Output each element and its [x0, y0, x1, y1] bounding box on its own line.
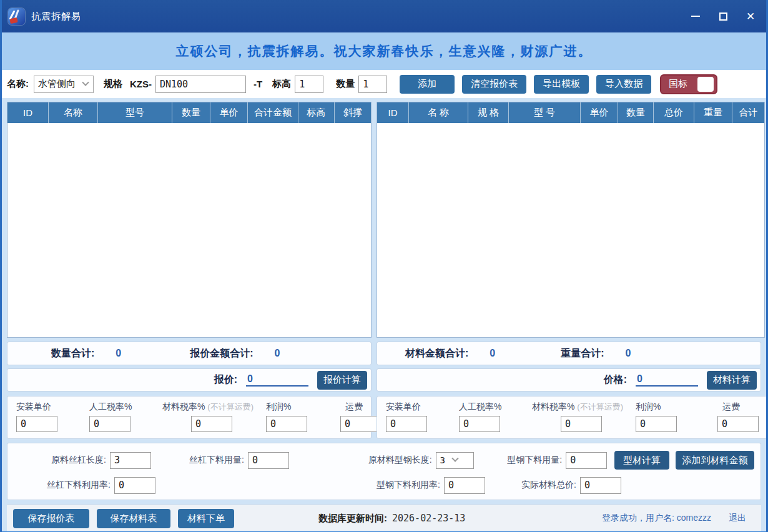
material-calc-button[interactable]: 材料计算	[707, 371, 757, 390]
actual-total-input[interactable]	[580, 477, 621, 494]
cutting-row-1: 原料丝杠长度: 丝杠下料用量: 原材料型钢长度: 3 型钢下料用量: 型材计算 …	[14, 451, 754, 470]
material-tax-input[interactable]	[561, 416, 602, 432]
labor-tax-input[interactable]	[459, 416, 500, 432]
close-icon: ✕	[746, 11, 755, 22]
params-row: 安装单价 人工税率% 材料税率% (不计算运费) 利润% 运费	[7, 392, 761, 439]
save-quote-button[interactable]: 保存报价表	[13, 509, 89, 528]
name-select[interactable]: 水管侧向	[34, 76, 94, 93]
material-tax-note: (不计算运费)	[207, 402, 254, 411]
profile-calc-button[interactable]: 型材计算	[614, 451, 669, 470]
column-header: 名称	[48, 102, 97, 123]
quote-table: ID 名称 型号 数量 单价 合计金额 标高 斜撑	[7, 102, 372, 338]
steel-length-select[interactable]: 3	[436, 452, 475, 469]
column-header: 单价	[580, 102, 618, 123]
gb-standard-label: 国标	[669, 78, 687, 90]
app-window: 抗震拆解易 ✕ 立硕公司，抗震拆解易。祝大家新春快乐，生意兴隆，财源广进。 名称…	[0, 0, 768, 532]
close-button[interactable]: ✕	[741, 7, 760, 25]
install-price-group: 安装单价	[16, 401, 89, 438]
main-content: ID 名称 型号 数量 单价 合计金额 标高 斜撑 ID 名 称 规 格 型 号	[2, 98, 766, 531]
column-header: 规 格	[468, 102, 508, 123]
steel-usage-input[interactable]	[566, 452, 607, 469]
gb-standard-toggle[interactable]: 国标	[660, 74, 717, 94]
material-tax-label: 材料税率%	[162, 401, 205, 411]
profit-input[interactable]	[636, 416, 677, 432]
column-header: 数量	[618, 102, 653, 123]
labor-tax-label: 人工税率%	[89, 401, 162, 413]
column-header: 总价	[653, 102, 694, 123]
app-icon	[8, 8, 25, 25]
material-tax-input[interactable]	[191, 416, 232, 432]
column-header: 重量	[694, 102, 732, 123]
material-tax-group: 材料税率% (不计算运费)	[162, 401, 266, 438]
install-price-input[interactable]	[16, 416, 57, 432]
install-price-label: 安装单价	[16, 401, 89, 413]
labor-tax-input[interactable]	[89, 416, 130, 432]
labor-tax-group: 人工税率%	[89, 401, 162, 438]
cutting-row-2: 丝杠下料利用率: 型钢下料利用率: 实际材料总价:	[14, 476, 754, 495]
quote-price-input[interactable]	[246, 373, 308, 387]
quote-price-label: 报价:	[214, 373, 237, 387]
weight-total-label: 重量合计:	[561, 347, 604, 360]
qty-total-value: 0	[116, 348, 121, 359]
db-update-time: 2026-02-23-13	[392, 513, 465, 524]
install-price-group: 安装单价	[386, 401, 459, 438]
material-price-panel: 价格: 材料计算	[377, 368, 761, 392]
material-tax-label: 材料税率%	[532, 401, 574, 411]
minimize-button[interactable]	[686, 7, 705, 25]
steel-usage-label: 型钢下料用量:	[495, 455, 562, 466]
quantity-input[interactable]	[358, 76, 387, 93]
totals-row: 数量合计: 0 报价金额合计: 0 材料金额合计: 0 重量合计: 0	[7, 338, 761, 365]
export-template-button[interactable]: 导出模板	[534, 75, 589, 94]
quote-calc-button[interactable]: 报价计算	[317, 371, 367, 390]
greeting-banner: 立硕公司，抗震拆解易。祝大家新春快乐，生意兴隆，财源广进。	[2, 32, 766, 70]
add-to-material-button[interactable]: 添加到材料金额	[676, 451, 754, 470]
steel-length-label: 原材料型钢长度:	[362, 455, 432, 466]
freight-input[interactable]	[340, 416, 382, 432]
material-table: ID 名 称 规 格 型 号 单价 数量 总价 重量 合计	[377, 102, 765, 338]
material-totals: 材料金额合计: 0 重量合计: 0	[377, 342, 761, 365]
install-price-input[interactable]	[386, 416, 427, 432]
elevation-input[interactable]	[295, 76, 323, 93]
profit-input[interactable]	[266, 416, 307, 432]
t-suffix-label: -T	[254, 79, 262, 89]
window-title: 抗震拆解易	[31, 11, 81, 22]
clear-quote-button[interactable]: 清空报价表	[462, 75, 526, 94]
column-header: 数量	[172, 102, 210, 123]
kzs-prefix-label: KZS-	[130, 79, 152, 89]
maximize-button[interactable]	[714, 7, 732, 25]
material-price-input[interactable]	[636, 373, 698, 387]
rod-rate-input[interactable]	[114, 477, 155, 494]
profit-label: 利润%	[266, 401, 339, 413]
freight-label: 运费	[717, 401, 768, 413]
profit-group: 利润%	[266, 401, 339, 438]
column-header: ID	[377, 102, 408, 123]
column-header: 标高	[298, 102, 334, 123]
material-tax-group: 材料税率% (不计算运费)	[532, 401, 636, 438]
quote-table-body	[7, 123, 371, 337]
column-header: 型号	[97, 102, 172, 123]
save-material-button[interactable]: 保存材料表	[97, 509, 170, 528]
column-header: 合计金额	[247, 102, 298, 123]
actual-total-label: 实际材料总价:	[506, 480, 576, 491]
greeting-text: 立硕公司，抗震拆解易。祝大家新春快乐，生意兴隆，财源广进。	[176, 42, 593, 60]
spec-input[interactable]	[155, 76, 246, 93]
add-button[interactable]: 添加	[400, 75, 455, 94]
minimize-icon	[691, 16, 700, 17]
statusbar: 保存报价表 保存材料表 材料下单 数据库更新时间: 2026-02-23-13 …	[7, 505, 761, 531]
material-price-label: 价格:	[604, 373, 627, 387]
import-data-button[interactable]: 导入数据	[596, 75, 651, 94]
db-update-label: 数据库更新时间:	[318, 513, 387, 525]
quote-amount-total-value: 0	[275, 348, 280, 359]
material-tax-note: (不计算运费)	[577, 402, 623, 411]
rod-usage-input[interactable]	[248, 452, 289, 469]
steel-rate-input[interactable]	[444, 477, 485, 494]
material-order-button[interactable]: 材料下单	[178, 509, 234, 528]
column-header: ID	[7, 102, 48, 123]
logout-link[interactable]: 退出	[729, 513, 746, 524]
rod-length-input[interactable]	[110, 452, 151, 469]
freight-input[interactable]	[717, 416, 759, 432]
labor-tax-label: 人工税率%	[459, 401, 532, 413]
material-table-header: ID 名 称 规 格 型 号 单价 数量 总价 重量 合计	[377, 102, 764, 123]
column-header: 斜撑	[334, 102, 371, 123]
tables-row: ID 名称 型号 数量 单价 合计金额 标高 斜撑 ID 名 称 规 格 型 号	[7, 102, 761, 338]
